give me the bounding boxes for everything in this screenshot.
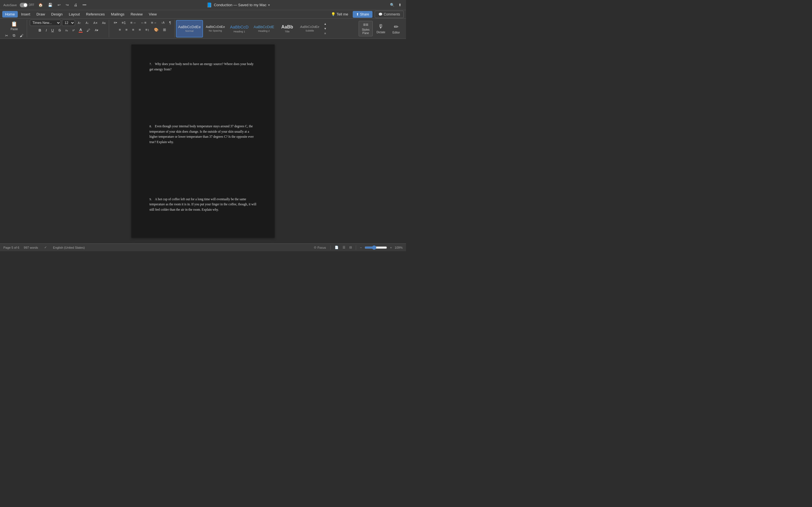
more-button[interactable]: ••• <box>82 2 88 8</box>
gallery-nav: ▲ ▼ ≡ <box>322 21 328 36</box>
superscript-button[interactable]: x² <box>71 28 77 33</box>
title-dropdown-icon[interactable]: ▾ <box>268 3 270 7</box>
sort-button[interactable]: ↕A <box>160 20 166 25</box>
outline-view-button[interactable]: ⊟ <box>348 245 354 250</box>
line-spacing-button[interactable]: ≡↕ <box>144 27 151 33</box>
undo-button[interactable]: ↩ <box>56 2 62 8</box>
paste-button[interactable]: 📋 Paste <box>8 20 20 32</box>
gallery-more-button[interactable]: ≡ <box>322 31 327 36</box>
comments-button[interactable]: 💬 Comments <box>375 11 404 18</box>
style-title[interactable]: AaBb Title <box>277 20 297 38</box>
style-heading2[interactable]: AaBbCcDdE Heading 2 <box>252 20 276 38</box>
zoom-level: 109% <box>395 246 403 249</box>
format-painter-button[interactable]: 🖌 <box>18 33 25 39</box>
align-right-button[interactable]: ≡ <box>130 27 136 33</box>
zoom-out-button[interactable]: − <box>358 245 363 250</box>
bullet-list-button[interactable]: ≡• <box>112 20 119 25</box>
redo-button[interactable]: ↪ <box>64 2 70 8</box>
dictate-icon: 🎙 <box>378 23 384 30</box>
title-bar: AutoSave OFF 🏠 💾 ↩ ↪ 🖨 ••• 📘 Conduction … <box>0 0 406 10</box>
show-hide-button[interactable]: ¶ <box>167 20 173 25</box>
multi-list-button[interactable]: ≡→ <box>129 20 138 25</box>
home-button[interactable]: 🏠 <box>37 2 44 8</box>
tell-me-button[interactable]: 💡 Tell me <box>329 11 350 17</box>
question-7: 7. Why does your body need to have an en… <box>149 61 257 117</box>
autosave-toggle[interactable]: OFF <box>20 3 35 7</box>
menu-item-insert[interactable]: Insert <box>18 11 33 17</box>
menu-item-design[interactable]: Design <box>49 11 65 17</box>
borders-button[interactable]: ⊞ <box>161 27 168 33</box>
style-heading1[interactable]: AaBbCcD Heading 1 <box>228 20 251 38</box>
style-subtitle[interactable]: AaBbCcDdEe Subtitle <box>298 20 322 38</box>
style-no-spacing[interactable]: AaBbCcDdEe No Spacing <box>204 20 227 38</box>
menu-item-draw[interactable]: Draw <box>34 11 48 17</box>
document-scroll[interactable]: 7. Why does your body need to have an en… <box>0 39 406 243</box>
menu-item-home[interactable]: Home <box>2 11 18 17</box>
document-page[interactable]: 7. Why does your body need to have an en… <box>132 45 274 238</box>
text-color-control[interactable]: A <box>78 27 84 33</box>
question-8-answer-space <box>149 145 257 190</box>
question-9-answer-space <box>149 212 257 243</box>
reader-view-button[interactable]: ☰ <box>341 245 347 250</box>
question-7-answer-space <box>149 72 257 117</box>
style-title-label: Title <box>285 30 290 33</box>
decrease-indent-button[interactable]: ←≡ <box>139 20 148 25</box>
font-color-button[interactable]: A▾ <box>93 27 100 33</box>
justify-button[interactable]: ≡ <box>137 27 143 33</box>
document-area: 7. Why does your body need to have an en… <box>0 39 406 243</box>
gallery-up-button[interactable]: ▲ <box>322 22 327 26</box>
styles-pane-icon: ≡≡ <box>363 22 368 27</box>
decrease-font-button[interactable]: A↓ <box>84 20 91 25</box>
menu-item-references[interactable]: References <box>83 11 107 17</box>
increase-font-button[interactable]: A↑ <box>76 20 83 25</box>
underline-button[interactable]: U <box>50 27 56 33</box>
strikethrough-button[interactable]: S <box>57 27 63 33</box>
number-list-button[interactable]: ≡1 <box>120 20 128 25</box>
title-bar-right: 🔍 ⬆ <box>389 2 403 8</box>
editor-icon: ✏ <box>394 23 399 30</box>
status-divider-2 <box>356 245 356 250</box>
share-icon-button[interactable]: ⬆ <box>397 2 403 8</box>
spell-check-button[interactable]: ✓ <box>43 245 49 250</box>
editor-button[interactable]: ✏ Editor <box>389 22 403 35</box>
zoom-area: − + 109% <box>358 245 403 250</box>
font-row-2: B I U S x₂ x² A 🖊 A▾ <box>37 27 100 33</box>
focus-button[interactable]: ⊙ Focus <box>312 245 328 250</box>
save-button[interactable]: 💾 <box>47 2 54 8</box>
italic-button[interactable]: I <box>44 27 49 33</box>
menu-item-layout[interactable]: Layout <box>66 11 83 17</box>
page-view-button[interactable]: 📄 <box>333 245 340 250</box>
shading-button[interactable]: 🎨 <box>152 27 160 33</box>
cut-button[interactable]: ✂ <box>3 33 10 39</box>
align-center-button[interactable]: ≡ <box>124 27 130 33</box>
share-button[interactable]: ⬆ Share <box>353 11 372 18</box>
subscript-button[interactable]: x₂ <box>64 28 70 33</box>
increase-indent-button[interactable]: ≡→ <box>149 20 158 25</box>
gallery-down-button[interactable]: ▼ <box>322 26 327 31</box>
clear-format-button[interactable]: A✕ <box>92 20 99 25</box>
share-label: Share <box>360 12 369 16</box>
search-button[interactable]: 🔍 <box>389 2 396 8</box>
change-case-button[interactable]: Aa <box>100 20 107 25</box>
print-button[interactable]: 🖨 <box>73 2 79 8</box>
zoom-slider[interactable] <box>364 245 387 250</box>
font-family-select[interactable]: Times New... <box>30 20 61 26</box>
align-left-button[interactable]: ≡ <box>117 27 123 33</box>
font-size-select[interactable]: 12 <box>62 20 75 26</box>
autosave-label: AutoSave <box>3 3 17 7</box>
menu-item-mailings[interactable]: Mailings <box>108 11 128 17</box>
styles-pane-button[interactable]: ≡≡ StylesPane <box>359 21 373 36</box>
question-9: 9. A hot cup of coffee left out for a lo… <box>149 196 257 243</box>
menu-item-view[interactable]: View <box>146 11 160 17</box>
question-8-text: Even though your internal body temperatu… <box>149 124 254 144</box>
bold-button[interactable]: B <box>37 27 43 33</box>
menu-item-review[interactable]: Review <box>128 11 146 17</box>
dictate-button[interactable]: 🎙 Dictate <box>374 22 388 35</box>
zoom-in-button[interactable]: + <box>388 245 393 250</box>
copy-button[interactable]: ⧉ <box>11 33 17 39</box>
style-normal[interactable]: AaBbCcDdEe Normal <box>176 20 203 38</box>
styles-pane-label: StylesPane <box>362 28 369 35</box>
status-left: Page 5 of 6 997 words ✓ English (United … <box>3 245 307 250</box>
highlight-button[interactable]: 🖊 <box>85 27 92 33</box>
toggle-thumb <box>24 3 27 7</box>
